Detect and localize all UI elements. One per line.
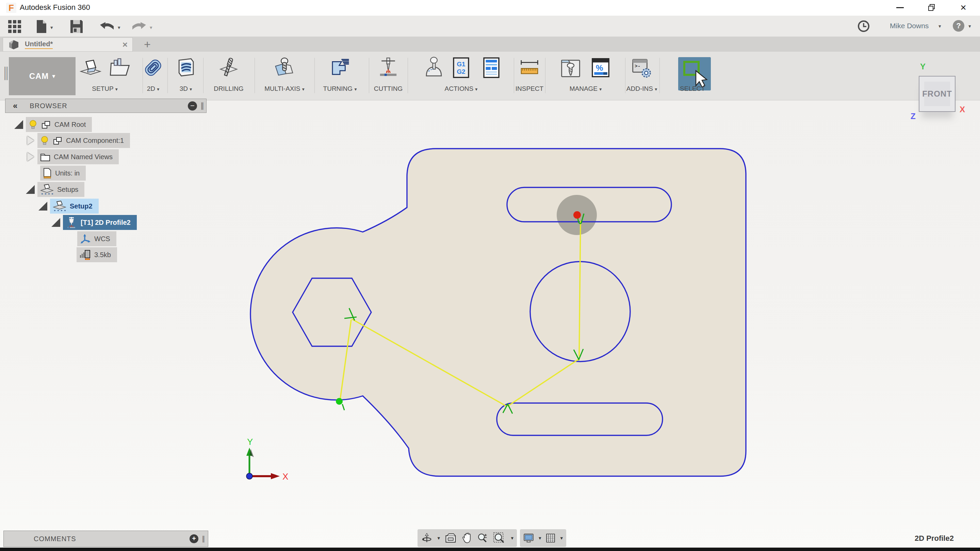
ribbon-group-setup[interactable]: SETUP ▾	[92, 85, 118, 92]
add-comment-icon[interactable]: +	[189, 534, 198, 543]
add-ins-icon: >-	[630, 56, 653, 79]
ribbon-group-inspect[interactable]: INSPECT	[515, 85, 543, 92]
add-ins-button[interactable]: >-	[630, 56, 653, 80]
browser-collapse-icon[interactable]: «	[13, 101, 18, 111]
job-status-button[interactable]	[858, 20, 870, 32]
document-tab-close-icon[interactable]: ×	[123, 40, 127, 50]
app-grid-icon	[8, 19, 22, 34]
cutting-button[interactable]	[377, 56, 399, 80]
undo-button[interactable]	[99, 19, 115, 33]
undo-dropdown[interactable]: ▾	[118, 24, 121, 30]
ribbon-group-drilling[interactable]: DRILLING	[214, 85, 243, 92]
comments-bar[interactable]: COMMENTS + ∥	[3, 530, 208, 547]
ribbon-group-multi-axis[interactable]: MULTI-AXIS ▾	[264, 85, 305, 92]
setup-sheet-button[interactable]	[480, 56, 503, 80]
browser-panel-header[interactable]: « BROWSER − ∥	[5, 98, 207, 113]
ribbon-group-cutting[interactable]: CUTTING	[374, 85, 402, 92]
pan-icon[interactable]	[461, 532, 472, 545]
file-menu-dropdown[interactable]: ▾	[50, 24, 53, 30]
clock-icon	[858, 20, 870, 32]
view-cube[interactable]: FRONT Y Z X	[905, 61, 977, 126]
3d-milling-button[interactable]	[175, 56, 197, 80]
expand-triangle-icon[interactable]	[38, 202, 47, 211]
document-tab[interactable]: Untitled* ×	[3, 37, 133, 52]
bulb-icon[interactable]	[40, 135, 49, 146]
zoom-window-dropdown-icon[interactable]: ▾	[511, 535, 514, 541]
ribbon-group-3d[interactable]: 3D ▾	[180, 85, 192, 92]
close-icon: ×	[960, 2, 966, 13]
tree-row-units[interactable]: Units: in	[40, 166, 86, 181]
orbit-icon[interactable]	[421, 531, 433, 545]
ribbon-separator	[167, 58, 168, 93]
orbit-dropdown-icon[interactable]: ▾	[438, 535, 440, 541]
gcode-button[interactable]: G1 G2	[450, 56, 472, 80]
browser-grip[interactable]: ∥	[200, 102, 204, 110]
tree-row-2d-profile2[interactable]: [T1] 2D Profile2	[51, 215, 137, 230]
save-button[interactable]	[70, 19, 83, 34]
display-settings-dropdown-icon[interactable]: ▾	[539, 535, 541, 541]
bulb-icon[interactable]	[29, 119, 37, 130]
view-cube-face[interactable]: FRONT	[919, 76, 956, 112]
user-menu-dropdown[interactable]: ▾	[939, 23, 941, 29]
ribbon-separator	[203, 58, 204, 93]
ribbon-group-actions[interactable]: ACTIONS ▾	[445, 85, 478, 92]
collapsed-triangle-icon[interactable]	[27, 136, 34, 145]
user-menu[interactable]: Mike Downs	[890, 22, 929, 30]
drilling-button[interactable]	[218, 56, 240, 80]
ribbon-group-2d[interactable]: 2D ▾	[147, 85, 159, 92]
setup-folder-icon	[109, 56, 131, 79]
ribbon-group-select[interactable]: SELECT	[680, 85, 705, 92]
tree-row-cam-component[interactable]: CAM Component:1	[27, 133, 130, 148]
ribbon-group-manage[interactable]: MANAGE ▾	[570, 85, 602, 92]
redo-button[interactable]	[131, 19, 147, 33]
workspace-label: CAM	[29, 71, 49, 81]
new-document-tab-button[interactable]: +	[137, 37, 157, 52]
grid-layout-icon[interactable]	[546, 532, 555, 545]
inspect-button[interactable]	[518, 56, 541, 80]
tree-row-wcs[interactable]: WCS	[77, 231, 116, 246]
help-dropdown[interactable]: ▾	[969, 23, 971, 29]
tree-row-setup2[interactable]: Setup2	[38, 198, 99, 214]
expand-triangle-icon[interactable]	[51, 218, 60, 227]
ribbon-group-turning[interactable]: TURNING ▾	[323, 85, 357, 92]
help-button[interactable]: ?	[953, 20, 964, 32]
setup-from-file-button[interactable]	[109, 56, 131, 80]
tree-row-cam-root[interactable]: CAM Root	[14, 117, 92, 132]
zoom-icon[interactable]	[477, 531, 488, 545]
display-settings-icon[interactable]	[523, 532, 534, 545]
post-process-button[interactable]	[423, 56, 445, 80]
app-grid-button[interactable]	[8, 19, 22, 34]
tree-row-setups[interactable]: Setups	[26, 182, 84, 197]
restore-button[interactable]	[920, 0, 943, 15]
tree-row-size[interactable]: 3.5kb	[76, 247, 117, 262]
minimize-button[interactable]	[888, 0, 912, 15]
ribbon-group-add-ins[interactable]: ADD-INS ▾	[627, 85, 657, 92]
fusion360-window: F Autodesk Fusion 360 × ▾	[0, 0, 980, 551]
collapsed-triangle-icon[interactable]	[27, 152, 34, 161]
task-manager-button[interactable]: %	[589, 56, 612, 80]
cutting-icon	[377, 56, 399, 79]
tree-label: CAM Root	[54, 121, 86, 129]
redo-dropdown[interactable]: ▾	[150, 24, 153, 30]
2d-milling-button[interactable]	[142, 56, 164, 80]
multi-axis-button[interactable]	[273, 56, 296, 80]
zoom-window-icon[interactable]	[493, 531, 506, 545]
grid-layout-dropdown-icon[interactable]: ▾	[560, 535, 563, 541]
tool-library-icon	[559, 56, 582, 79]
comments-grip[interactable]: ∥	[202, 535, 205, 543]
expand-triangle-icon[interactable]	[14, 120, 23, 129]
tool-library-button[interactable]	[559, 56, 582, 80]
file-menu-button[interactable]	[35, 19, 47, 34]
turning-icon	[329, 56, 351, 79]
viewport-canvas[interactable]	[0, 100, 980, 551]
new-setup-icon	[79, 56, 102, 79]
tree-row-named-views[interactable]: CAM Named Views	[27, 149, 119, 164]
turning-button[interactable]	[329, 56, 351, 80]
close-button[interactable]: ×	[951, 0, 975, 15]
expand-triangle-icon[interactable]	[26, 185, 35, 194]
3d-dropdown-icon: ▾	[189, 86, 192, 92]
browser-minimize-icon[interactable]: −	[188, 102, 197, 111]
new-setup-button[interactable]	[79, 56, 102, 80]
workspace-switcher[interactable]: CAM ▾	[9, 57, 76, 95]
look-at-icon[interactable]	[445, 532, 457, 544]
